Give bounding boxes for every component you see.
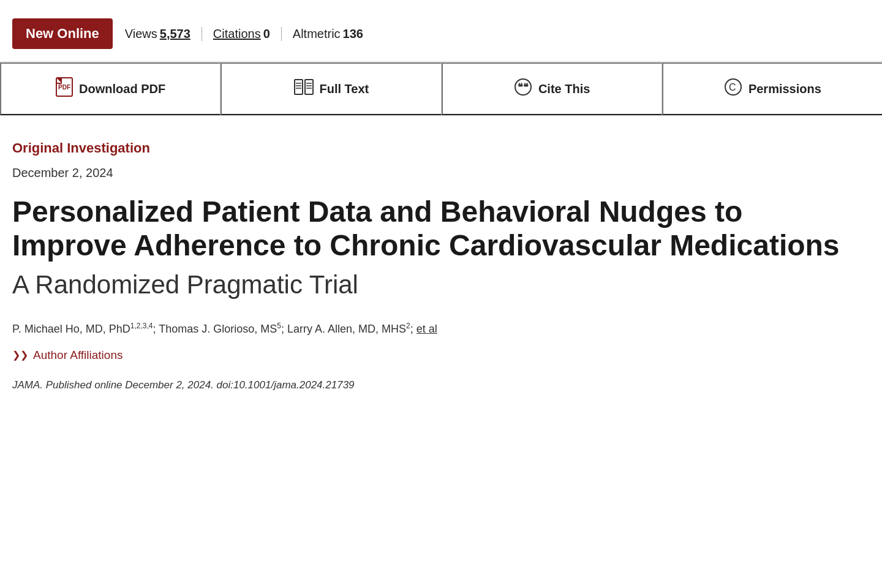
citations-value: 0 — [263, 27, 270, 41]
author-affiliations-toggle[interactable]: ❯❯ Author Affiliations — [12, 349, 845, 362]
affiliations-label: Author Affiliations — [33, 349, 123, 362]
et-al-link[interactable]: et al — [417, 323, 437, 335]
cite-this-button[interactable]: ❝❝ Cite This — [442, 62, 662, 115]
altmetric-value: 136 — [343, 27, 363, 41]
altmetric-metric: Altmetric 136 — [282, 27, 374, 41]
permissions-label: Permissions — [748, 82, 821, 96]
permissions-button[interactable]: C Permissions — [662, 62, 882, 115]
citations-label[interactable]: Citations — [213, 27, 261, 41]
author-3-name: Larry A. Allen, MD, MHS — [287, 323, 406, 335]
citation-info: JAMA. Published online December 2, 2024.… — [12, 377, 845, 393]
chevron-right-icon: ❯❯ — [12, 349, 28, 361]
citation-rest: Published online December 2, 2024. doi:1… — [43, 379, 354, 391]
citations-metric: Citations 0 — [202, 27, 282, 41]
altmetric-label: Altmetric — [293, 27, 341, 41]
article-type: Original Investigation — [12, 140, 845, 156]
full-text-button[interactable]: Full Text — [221, 62, 441, 115]
svg-rect-5 — [305, 80, 313, 94]
book-icon — [294, 78, 314, 99]
pdf-icon: PDF — [56, 77, 73, 100]
full-text-label: Full Text — [320, 82, 369, 96]
author-2-sup: 5 — [277, 322, 281, 330]
views-metric: Views 5,573 — [125, 27, 202, 41]
copyright-icon: C — [724, 78, 742, 100]
author-2-name: Thomas J. Glorioso, MS — [159, 323, 277, 335]
svg-rect-4 — [295, 80, 303, 94]
top-bar: New Online Views 5,573 Citations 0 Altme… — [0, 0, 882, 62]
article-subtitle: A Randomized Pragmatic Trial — [12, 270, 845, 300]
quote-icon: ❝❝ — [514, 78, 532, 99]
authors-list: P. Michael Ho, MD, PhD1,2,3,4; Thomas J.… — [12, 320, 845, 337]
action-bar: PDF Download PDF Full Text — [0, 62, 882, 116]
new-online-badge[interactable]: New Online — [12, 18, 113, 49]
svg-text:❝❝: ❝❝ — [518, 82, 529, 92]
article-title: Personalized Patient Data and Behavioral… — [12, 195, 845, 262]
download-pdf-label: Download PDF — [79, 82, 165, 96]
svg-text:PDF: PDF — [58, 84, 70, 91]
cite-this-label: Cite This — [538, 82, 590, 96]
article-content: Original Investigation December 2, 2024 … — [0, 116, 858, 418]
citation-journal: JAMA. — [12, 379, 43, 391]
article-date: December 2, 2024 — [12, 166, 845, 180]
author-3-sup: 2 — [406, 322, 410, 330]
views-label: Views — [125, 27, 157, 41]
download-pdf-button[interactable]: PDF Download PDF — [0, 62, 221, 115]
views-value[interactable]: 5,573 — [160, 27, 190, 41]
svg-text:C: C — [729, 82, 736, 92]
metrics-bar: Views 5,573 Citations 0 Altmetric 136 — [125, 27, 374, 41]
author-1-sup: 1,2,3,4 — [130, 322, 153, 330]
author-1-name: P. Michael Ho, MD, PhD — [12, 323, 130, 335]
